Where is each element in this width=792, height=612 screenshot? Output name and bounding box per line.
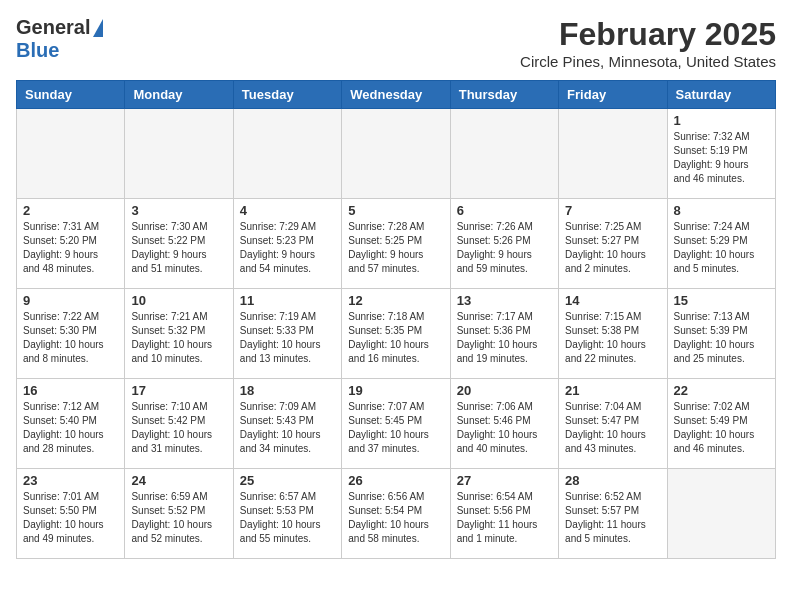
day-info: Sunrise: 7:25 AM Sunset: 5:27 PM Dayligh… (565, 220, 660, 276)
calendar-cell: 26Sunrise: 6:56 AM Sunset: 5:54 PM Dayli… (342, 469, 450, 559)
calendar-cell: 1Sunrise: 7:32 AM Sunset: 5:19 PM Daylig… (667, 109, 775, 199)
calendar-cell: 4Sunrise: 7:29 AM Sunset: 5:23 PM Daylig… (233, 199, 341, 289)
day-number: 5 (348, 203, 443, 218)
day-number: 3 (131, 203, 226, 218)
day-number: 8 (674, 203, 769, 218)
calendar-cell (233, 109, 341, 199)
calendar-cell: 19Sunrise: 7:07 AM Sunset: 5:45 PM Dayli… (342, 379, 450, 469)
calendar-table: SundayMondayTuesdayWednesdayThursdayFrid… (16, 80, 776, 559)
day-info: Sunrise: 7:07 AM Sunset: 5:45 PM Dayligh… (348, 400, 443, 456)
calendar-cell: 15Sunrise: 7:13 AM Sunset: 5:39 PM Dayli… (667, 289, 775, 379)
day-number: 16 (23, 383, 118, 398)
calendar-cell: 25Sunrise: 6:57 AM Sunset: 5:53 PM Dayli… (233, 469, 341, 559)
day-info: Sunrise: 7:13 AM Sunset: 5:39 PM Dayligh… (674, 310, 769, 366)
calendar-cell: 13Sunrise: 7:17 AM Sunset: 5:36 PM Dayli… (450, 289, 558, 379)
day-info: Sunrise: 7:26 AM Sunset: 5:26 PM Dayligh… (457, 220, 552, 276)
day-info: Sunrise: 6:56 AM Sunset: 5:54 PM Dayligh… (348, 490, 443, 546)
calendar-cell: 22Sunrise: 7:02 AM Sunset: 5:49 PM Dayli… (667, 379, 775, 469)
day-info: Sunrise: 7:24 AM Sunset: 5:29 PM Dayligh… (674, 220, 769, 276)
day-number: 24 (131, 473, 226, 488)
day-info: Sunrise: 7:28 AM Sunset: 5:25 PM Dayligh… (348, 220, 443, 276)
day-number: 20 (457, 383, 552, 398)
week-row-4: 16Sunrise: 7:12 AM Sunset: 5:40 PM Dayli… (17, 379, 776, 469)
day-number: 2 (23, 203, 118, 218)
day-info: Sunrise: 7:06 AM Sunset: 5:46 PM Dayligh… (457, 400, 552, 456)
calendar-cell: 18Sunrise: 7:09 AM Sunset: 5:43 PM Dayli… (233, 379, 341, 469)
day-number: 7 (565, 203, 660, 218)
day-info: Sunrise: 7:10 AM Sunset: 5:42 PM Dayligh… (131, 400, 226, 456)
day-info: Sunrise: 6:57 AM Sunset: 5:53 PM Dayligh… (240, 490, 335, 546)
calendar-cell: 24Sunrise: 6:59 AM Sunset: 5:52 PM Dayli… (125, 469, 233, 559)
calendar-cell: 11Sunrise: 7:19 AM Sunset: 5:33 PM Dayli… (233, 289, 341, 379)
calendar-cell: 17Sunrise: 7:10 AM Sunset: 5:42 PM Dayli… (125, 379, 233, 469)
day-number: 9 (23, 293, 118, 308)
header-thursday: Thursday (450, 81, 558, 109)
calendar-cell: 28Sunrise: 6:52 AM Sunset: 5:57 PM Dayli… (559, 469, 667, 559)
day-info: Sunrise: 7:04 AM Sunset: 5:47 PM Dayligh… (565, 400, 660, 456)
day-number: 15 (674, 293, 769, 308)
calendar-subtitle: Circle Pines, Minnesota, United States (520, 53, 776, 70)
day-number: 19 (348, 383, 443, 398)
day-info: Sunrise: 6:59 AM Sunset: 5:52 PM Dayligh… (131, 490, 226, 546)
title-block: February 2025 Circle Pines, Minnesota, U… (520, 16, 776, 70)
day-number: 6 (457, 203, 552, 218)
day-number: 27 (457, 473, 552, 488)
day-info: Sunrise: 7:02 AM Sunset: 5:49 PM Dayligh… (674, 400, 769, 456)
calendar-cell: 5Sunrise: 7:28 AM Sunset: 5:25 PM Daylig… (342, 199, 450, 289)
calendar-cell: 27Sunrise: 6:54 AM Sunset: 5:56 PM Dayli… (450, 469, 558, 559)
day-number: 26 (348, 473, 443, 488)
calendar-cell: 3Sunrise: 7:30 AM Sunset: 5:22 PM Daylig… (125, 199, 233, 289)
calendar-title: February 2025 (520, 16, 776, 53)
day-info: Sunrise: 7:22 AM Sunset: 5:30 PM Dayligh… (23, 310, 118, 366)
day-number: 4 (240, 203, 335, 218)
calendar-cell (450, 109, 558, 199)
day-number: 22 (674, 383, 769, 398)
day-number: 1 (674, 113, 769, 128)
calendar-cell: 10Sunrise: 7:21 AM Sunset: 5:32 PM Dayli… (125, 289, 233, 379)
day-info: Sunrise: 7:12 AM Sunset: 5:40 PM Dayligh… (23, 400, 118, 456)
day-info: Sunrise: 7:09 AM Sunset: 5:43 PM Dayligh… (240, 400, 335, 456)
day-info: Sunrise: 7:17 AM Sunset: 5:36 PM Dayligh… (457, 310, 552, 366)
day-number: 11 (240, 293, 335, 308)
day-number: 25 (240, 473, 335, 488)
calendar-cell: 12Sunrise: 7:18 AM Sunset: 5:35 PM Dayli… (342, 289, 450, 379)
calendar-cell (17, 109, 125, 199)
calendar-cell: 8Sunrise: 7:24 AM Sunset: 5:29 PM Daylig… (667, 199, 775, 289)
header-tuesday: Tuesday (233, 81, 341, 109)
day-info: Sunrise: 7:31 AM Sunset: 5:20 PM Dayligh… (23, 220, 118, 276)
day-number: 28 (565, 473, 660, 488)
day-info: Sunrise: 7:01 AM Sunset: 5:50 PM Dayligh… (23, 490, 118, 546)
day-info: Sunrise: 7:32 AM Sunset: 5:19 PM Dayligh… (674, 130, 769, 186)
day-number: 21 (565, 383, 660, 398)
day-info: Sunrise: 6:54 AM Sunset: 5:56 PM Dayligh… (457, 490, 552, 546)
day-number: 18 (240, 383, 335, 398)
day-number: 13 (457, 293, 552, 308)
logo-blue-text: Blue (16, 39, 59, 61)
header-monday: Monday (125, 81, 233, 109)
week-row-1: 1Sunrise: 7:32 AM Sunset: 5:19 PM Daylig… (17, 109, 776, 199)
day-number: 14 (565, 293, 660, 308)
calendar-cell: 20Sunrise: 7:06 AM Sunset: 5:46 PM Dayli… (450, 379, 558, 469)
page-header: General Blue February 2025 Circle Pines,… (16, 16, 776, 70)
week-row-5: 23Sunrise: 7:01 AM Sunset: 5:50 PM Dayli… (17, 469, 776, 559)
day-info: Sunrise: 6:52 AM Sunset: 5:57 PM Dayligh… (565, 490, 660, 546)
logo-general-text: General (16, 16, 90, 39)
day-info: Sunrise: 7:15 AM Sunset: 5:38 PM Dayligh… (565, 310, 660, 366)
calendar-header-row: SundayMondayTuesdayWednesdayThursdayFrid… (17, 81, 776, 109)
day-number: 23 (23, 473, 118, 488)
day-info: Sunrise: 7:30 AM Sunset: 5:22 PM Dayligh… (131, 220, 226, 276)
header-saturday: Saturday (667, 81, 775, 109)
calendar-cell: 23Sunrise: 7:01 AM Sunset: 5:50 PM Dayli… (17, 469, 125, 559)
calendar-cell: 2Sunrise: 7:31 AM Sunset: 5:20 PM Daylig… (17, 199, 125, 289)
calendar-cell: 9Sunrise: 7:22 AM Sunset: 5:30 PM Daylig… (17, 289, 125, 379)
calendar-cell: 21Sunrise: 7:04 AM Sunset: 5:47 PM Dayli… (559, 379, 667, 469)
calendar-cell: 14Sunrise: 7:15 AM Sunset: 5:38 PM Dayli… (559, 289, 667, 379)
header-sunday: Sunday (17, 81, 125, 109)
day-info: Sunrise: 7:19 AM Sunset: 5:33 PM Dayligh… (240, 310, 335, 366)
day-info: Sunrise: 7:21 AM Sunset: 5:32 PM Dayligh… (131, 310, 226, 366)
header-friday: Friday (559, 81, 667, 109)
calendar-cell: 16Sunrise: 7:12 AM Sunset: 5:40 PM Dayli… (17, 379, 125, 469)
day-number: 17 (131, 383, 226, 398)
calendar-cell: 6Sunrise: 7:26 AM Sunset: 5:26 PM Daylig… (450, 199, 558, 289)
calendar-cell (342, 109, 450, 199)
